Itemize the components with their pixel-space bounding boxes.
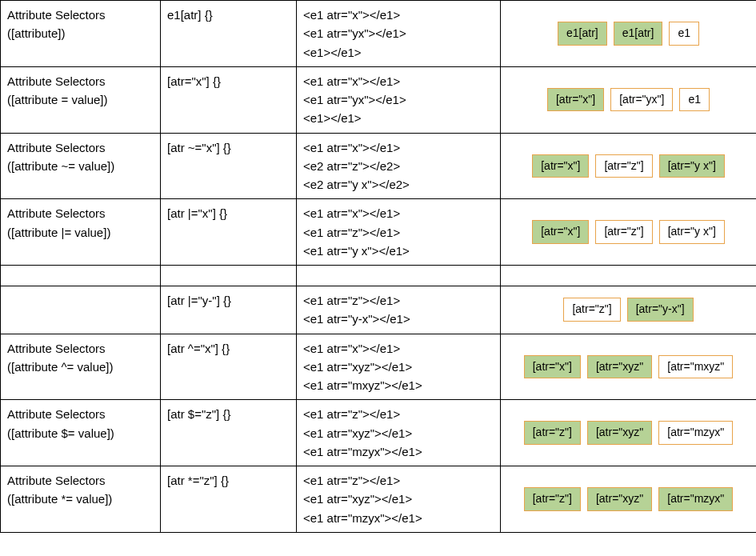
match-viz-cell: [atr="x"][atr="xyz"[atr="mxyz" xyxy=(501,334,757,400)
match-viz-cell: e1[atr]e1[atr]e1 xyxy=(501,1,757,67)
selector-name-line2: ([attribute = value]) xyxy=(7,90,154,109)
selector-name-line1: Attribute Selectors xyxy=(7,138,154,157)
match-box-matched: e1[atr] xyxy=(558,22,607,46)
table-row: Attribute Selectors([attribute])e1[atr] … xyxy=(1,1,757,67)
match-box-matched: e1[atr] xyxy=(614,22,663,46)
match-viz-cell: [atr="x"][atr="yx"]e1 xyxy=(501,66,757,133)
match-viz-cell: [atr="z"][atr="xyz"[atr="mzyx" xyxy=(501,400,757,466)
empty-cell xyxy=(501,266,757,286)
selector-name-cell: Attribute Selectors([attribute ^= value]… xyxy=(1,334,161,400)
html-example-line: <e1 atr="yx"></e1> xyxy=(303,90,494,109)
selector-syntax-cell: [atr |="y-"] {} xyxy=(161,286,297,334)
match-box-unmatched: [atr="z"] xyxy=(595,220,652,244)
match-box-matched: [atr="x"] xyxy=(532,154,589,178)
selector-name-line1: Attribute Selectors xyxy=(7,339,154,358)
selector-name-cell: Attribute Selectors([attribute]) xyxy=(1,1,161,67)
selector-name-line1: Attribute Selectors xyxy=(7,204,154,222)
match-viz: [atr="x"][atr="yx"]e1 xyxy=(506,88,751,112)
html-example-line: <e1 atr="x"></e1> xyxy=(303,204,494,222)
empty-cell xyxy=(161,266,297,286)
selector-name-line1: Attribute Selectors xyxy=(7,471,154,490)
selector-syntax-cell: [atr ~="x"] {} xyxy=(161,133,297,199)
selector-name-cell: Attribute Selectors([attribute = value]) xyxy=(1,66,161,133)
match-box-matched: [atr="x"] xyxy=(547,88,604,112)
html-example-line: <e1 atr="z"></e1> xyxy=(303,471,494,490)
html-example-cell: <e1 atr="x"></e1><e2 atr="z"></e2><e2 at… xyxy=(297,133,501,199)
match-viz: [atr="x"][atr="z"][atr="y x"] xyxy=(506,154,751,178)
selector-syntax: [atr *="z"] {} xyxy=(167,471,290,490)
match-box-matched: [atr="z"] xyxy=(524,487,581,511)
html-example-line: <e1 atr="x"></e1> xyxy=(303,339,494,358)
match-box-matched: [atr="x"] xyxy=(532,220,589,244)
match-box-matched: [atr="xyz" xyxy=(587,421,652,445)
match-box-unmatched: [atr="z"] xyxy=(595,154,652,178)
html-example-line: <e1 atr="xyz"></e1> xyxy=(303,490,494,508)
html-example-line: <e1 atr="x"></e1> xyxy=(303,6,494,24)
match-viz: e1[atr]e1[atr]e1 xyxy=(506,22,751,46)
table-row: Attribute Selectors([attribute = value])… xyxy=(1,66,757,133)
selector-syntax: e1[atr] {} xyxy=(167,6,290,24)
html-example-line: <e1 atr="mzyx"></e1> xyxy=(303,442,494,461)
selector-name-cell xyxy=(1,286,161,334)
selector-name-line2: ([attribute]) xyxy=(7,24,154,42)
selector-name-line2: ([attribute ~= value]) xyxy=(7,157,154,175)
selector-syntax-cell: [atr ^="x"] {} xyxy=(161,334,297,400)
selector-syntax-cell: [atr="x"] {} xyxy=(161,66,297,133)
html-example-line: <e1 atr="yx"></e1> xyxy=(303,24,494,42)
html-example-cell: <e1 atr="x"></e1><e1 atr="yx"></e1><e1><… xyxy=(297,1,501,67)
selector-syntax-cell: [atr |="x"] {} xyxy=(161,199,297,266)
selector-syntax: [atr="x"] {} xyxy=(167,72,290,90)
match-viz-cell: [atr="z"][atr="y-x"] xyxy=(501,286,757,334)
html-example-cell: <e1 atr="z"></e1><e1 atr="y-x"></e1> xyxy=(297,286,501,334)
html-example-line: <e1 atr="x"></e1> xyxy=(303,138,494,157)
empty-cell xyxy=(297,266,501,286)
selector-syntax: [atr |="x"] {} xyxy=(167,204,290,222)
table-row xyxy=(1,266,757,286)
match-box-unmatched: [atr="z"] xyxy=(563,298,620,322)
html-example-cell: <e1 atr="x"></e1><e1 atr="yx"></e1><e1><… xyxy=(297,66,501,133)
match-box-matched: [atr="xyz" xyxy=(587,487,652,511)
html-example-line: <e1 atr="z"></e1> xyxy=(303,223,494,242)
html-example-line: <e1 atr="xyz"></e1> xyxy=(303,424,494,442)
html-example-line: <e1 atr="y x"></e1> xyxy=(303,242,494,260)
selector-name-line1: Attribute Selectors xyxy=(7,72,154,90)
html-example-line: <e1 atr="z"></e1> xyxy=(303,405,494,423)
selector-syntax: [atr ~="x"] {} xyxy=(167,138,290,157)
match-viz: [atr="z"][atr="xyz"[atr="mzyx" xyxy=(506,421,751,445)
match-box-matched: [atr="mzyx" xyxy=(658,487,733,511)
selector-syntax-cell: [atr $="z"] {} xyxy=(161,400,297,466)
selector-syntax: [atr $="z"] {} xyxy=(167,405,290,423)
html-example-line: <e1 atr="y-x"></e1> xyxy=(303,310,494,328)
match-viz-cell: [atr="x"][atr="z"][atr="y x"] xyxy=(501,199,757,266)
table-row: Attribute Selectors([attribute *= value]… xyxy=(1,466,757,533)
selector-name-line2: ([attribute *= value]) xyxy=(7,490,154,508)
match-box-unmatched: e1 xyxy=(669,22,699,46)
match-box-matched: [atr="z"] xyxy=(524,421,581,445)
match-box-unmatched: [atr="y x"] xyxy=(659,220,725,244)
html-example-cell: <e1 atr="z"></e1><e1 atr="xyz"></e1><e1 … xyxy=(297,466,501,533)
table-row: Attribute Selectors([attribute ^= value]… xyxy=(1,334,757,400)
html-example-line: <e1></e1> xyxy=(303,109,494,127)
table-row: [atr |="y-"] {}<e1 atr="z"></e1><e1 atr=… xyxy=(1,286,757,334)
selector-name-line1: Attribute Selectors xyxy=(7,6,154,24)
selector-name-cell: Attribute Selectors([attribute ~= value]… xyxy=(1,133,161,199)
selector-syntax: [atr |="y-"] {} xyxy=(167,291,290,310)
html-example-cell: <e1 atr="z"></e1><e1 atr="xyz"></e1><e1 … xyxy=(297,400,501,466)
match-box-unmatched: e1 xyxy=(679,88,710,112)
html-example-line: <e2 atr="z"></e2> xyxy=(303,157,494,175)
html-example-line: <e1 atr="mzyx"></e1> xyxy=(303,509,494,527)
match-box-unmatched: [atr="yx"] xyxy=(610,88,673,112)
selector-name-line2: ([attribute |= value]) xyxy=(7,223,154,242)
html-example-line: <e1 atr="mxyz"></e1> xyxy=(303,376,494,394)
html-example-line: <e1 atr="z"></e1> xyxy=(303,291,494,310)
html-example-line: <e1 atr="x"></e1> xyxy=(303,72,494,90)
match-viz-cell: [atr="z"][atr="xyz"[atr="mzyx" xyxy=(501,466,757,533)
match-viz: [atr="z"][atr="y-x"] xyxy=(506,298,751,322)
table-row: Attribute Selectors([attribute $= value]… xyxy=(1,400,757,466)
match-box-matched: [atr="x"] xyxy=(524,355,581,379)
match-box-unmatched: [atr="mzyx" xyxy=(658,421,733,445)
match-viz: [atr="x"][atr="xyz"[atr="mxyz" xyxy=(506,355,751,379)
html-example-cell: <e1 atr="x"></e1><e1 atr="xyz"></e1><e1 … xyxy=(297,334,501,400)
selector-name-cell: Attribute Selectors([attribute |= value]… xyxy=(1,199,161,266)
match-box-matched: [atr="y-x"] xyxy=(627,298,694,322)
